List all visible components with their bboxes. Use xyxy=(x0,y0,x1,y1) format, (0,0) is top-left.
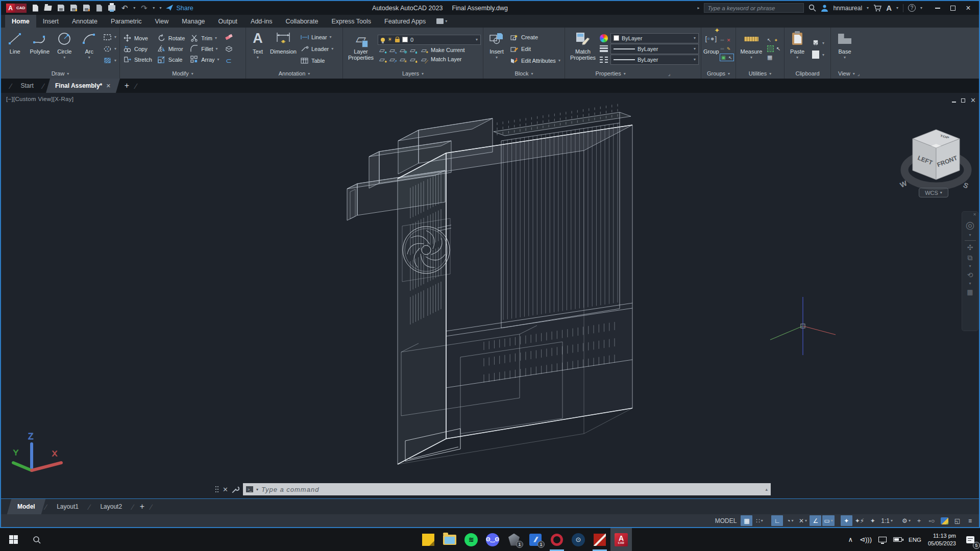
measure-button[interactable]: Measure ▾ xyxy=(738,29,765,68)
panel-annotation-footer[interactable]: Annotation▾ xyxy=(246,68,342,79)
edit-attributes-button[interactable]: Edit Attributes▾ xyxy=(509,55,561,66)
command-input[interactable] xyxy=(261,486,763,493)
ribbon-tab-express-tools[interactable]: Express Tools xyxy=(325,15,378,28)
arc-dropdown[interactable]: ▾ xyxy=(88,56,90,60)
select-similar-button[interactable]: ↖ xyxy=(766,45,781,53)
layer-select[interactable]: ☀ 0 ▾ xyxy=(378,35,481,45)
quick-calc-button[interactable]: ▦ xyxy=(766,54,781,61)
layout-tab-model[interactable]: Model xyxy=(7,499,45,514)
close-button[interactable]: × xyxy=(962,3,975,14)
linear-dropdown[interactable]: ▾ xyxy=(330,35,332,39)
autodesk-dropdown[interactable]: ▾ xyxy=(896,6,898,10)
language-indicator[interactable]: ENG xyxy=(909,537,921,543)
edit-attributes-dropdown[interactable]: ▾ xyxy=(558,58,560,63)
ribbon-tab-output[interactable]: Output xyxy=(212,15,244,28)
search-input[interactable] xyxy=(707,5,800,11)
undo-dropdown[interactable]: ▾ xyxy=(133,6,135,10)
autocad-logo-icon[interactable]: ACAD xyxy=(6,4,27,13)
lineweight-icon[interactable] xyxy=(600,45,608,52)
isodraft-toggle[interactable]: ✕▾ xyxy=(797,515,808,526)
fillet-dropdown[interactable]: ▾ xyxy=(216,46,218,51)
create-block-button[interactable]: Create xyxy=(509,32,561,42)
taskbar-icon-spotify[interactable]: ≋ xyxy=(460,528,482,551)
polyline-button[interactable]: Polyline xyxy=(28,29,52,68)
ribbon-tab-annotate[interactable]: Annotate xyxy=(65,15,104,28)
trim-dropdown[interactable]: ▾ xyxy=(215,36,217,40)
file-tab-document[interactable]: Final Assembly*✕ xyxy=(46,79,120,93)
scale-button[interactable]: Scale xyxy=(156,54,186,65)
copy-clip-dropdown[interactable]: ▾ xyxy=(822,53,824,57)
plot-icon[interactable] xyxy=(82,4,90,12)
grid-toggle[interactable]: ▦ xyxy=(741,515,752,526)
layer-isolate-icon[interactable]: ▱↘ xyxy=(388,46,397,54)
taskbar-icon-file-explorer[interactable] xyxy=(439,528,460,551)
navbar-close-icon[interactable]: ✕ xyxy=(973,213,976,217)
autodesk-a-icon[interactable]: A xyxy=(886,4,892,12)
layer-unisolate-icon[interactable]: ▱↗ xyxy=(388,56,397,63)
ribbon-tab-addins[interactable]: Add-ins xyxy=(244,15,279,28)
cut-button[interactable]: ▾ xyxy=(810,38,825,48)
linear-button[interactable]: Linear▾ xyxy=(299,32,334,42)
command-close-icon[interactable]: ✕ xyxy=(223,486,228,493)
account-dropdown[interactable]: ▾ xyxy=(867,6,869,10)
linetype-icon[interactable] xyxy=(600,57,608,63)
new-drawing-tab-button[interactable]: + xyxy=(120,79,133,93)
make-current-button[interactable]: ▱✦Make Current xyxy=(419,46,466,54)
match-properties-button[interactable]: Match Properties xyxy=(567,29,599,68)
color-wheel-icon[interactable] xyxy=(600,34,608,42)
taskbar-icon-opera[interactable] xyxy=(546,528,568,551)
snap-toggle[interactable]: ∷▾ xyxy=(753,515,765,526)
circle-dropdown[interactable]: ▾ xyxy=(63,56,65,60)
undo-icon[interactable]: ↶ xyxy=(120,4,129,12)
username[interactable]: hnmaureal xyxy=(833,5,862,12)
notification-center-button[interactable]: 5 xyxy=(964,533,977,546)
layer-unlock2-icon[interactable]: ▱∎ xyxy=(408,56,417,63)
ribbon-tab-insert[interactable]: Insert xyxy=(36,15,65,28)
copy-clip-button[interactable]: ▾ xyxy=(810,49,825,60)
layer-thaw2-icon[interactable]: ▱☀ xyxy=(398,56,407,63)
wcs-button[interactable]: WCS▾ xyxy=(919,188,948,197)
viewport-close-icon[interactable]: ✕ xyxy=(970,96,976,104)
taskbar-icon-dota2[interactable] xyxy=(589,528,610,551)
measure-dropdown[interactable]: ▾ xyxy=(750,56,752,60)
annotation-visibility-toggle[interactable]: ✦ xyxy=(841,515,852,526)
tray-chevron-icon[interactable]: ∧ xyxy=(848,536,853,543)
clean-screen-toggle[interactable]: ◱ xyxy=(951,515,963,526)
array-dropdown[interactable]: ▾ xyxy=(217,57,219,62)
search-icon[interactable] xyxy=(808,4,816,12)
viewport-restore-icon[interactable] xyxy=(961,95,965,105)
panel-utilities-footer[interactable]: Utilities▾ xyxy=(736,68,784,79)
graphics-performance[interactable] xyxy=(939,515,950,526)
table-button[interactable]: Table xyxy=(299,55,334,66)
layer-off-icon[interactable]: ▱● xyxy=(378,46,386,54)
battery-icon[interactable] xyxy=(893,537,902,542)
erase-button[interactable] xyxy=(224,32,234,42)
text-dropdown[interactable]: ▾ xyxy=(257,56,259,60)
ribbon-tab-featured-apps[interactable]: Featured Apps xyxy=(378,15,432,28)
paste-button[interactable]: Paste ▾ xyxy=(787,29,808,68)
taskbar-icon-steam[interactable]: ⊙ xyxy=(568,528,589,551)
copy-button[interactable]: Copy xyxy=(122,43,153,54)
edit-block-button[interactable]: Edit xyxy=(509,43,561,54)
quick-properties-toggle[interactable]: ▫○ xyxy=(926,515,938,526)
fillet-button[interactable]: Fillet▾ xyxy=(189,43,220,54)
orbit-icon[interactable]: ⟲ xyxy=(967,271,973,279)
volume-icon[interactable]: ⊲))) xyxy=(860,536,872,543)
layout-tab-layout1[interactable]: Layout1 xyxy=(48,499,87,514)
network-icon[interactable] xyxy=(878,537,887,542)
circle-button[interactable]: Circle ▾ xyxy=(53,29,77,68)
panel-block-footer[interactable]: Block▾ xyxy=(483,68,565,79)
insert-dropdown[interactable]: ▾ xyxy=(496,56,498,60)
redo-dropdown[interactable]: ▾ xyxy=(153,6,155,10)
taskbar-icon-sticky-notes[interactable] xyxy=(418,528,439,551)
file-tab-close-icon[interactable]: ✕ xyxy=(107,83,111,89)
ortho-toggle[interactable]: ∟ xyxy=(771,515,783,526)
panel-groups-footer[interactable]: Groups▾ xyxy=(701,68,736,79)
recent-commands-dropdown[interactable]: ▾ xyxy=(256,487,258,492)
ribbon-tab-collaborate[interactable]: Collaborate xyxy=(279,15,325,28)
osnap-tracking-toggle[interactable]: ∠ xyxy=(810,515,821,526)
base-dropdown[interactable]: ▾ xyxy=(844,56,846,60)
ungroup-button[interactable]: ▫▫✕ xyxy=(720,36,734,44)
customization-menu[interactable]: ≡ xyxy=(964,515,976,526)
maximize-button[interactable] xyxy=(946,3,960,14)
